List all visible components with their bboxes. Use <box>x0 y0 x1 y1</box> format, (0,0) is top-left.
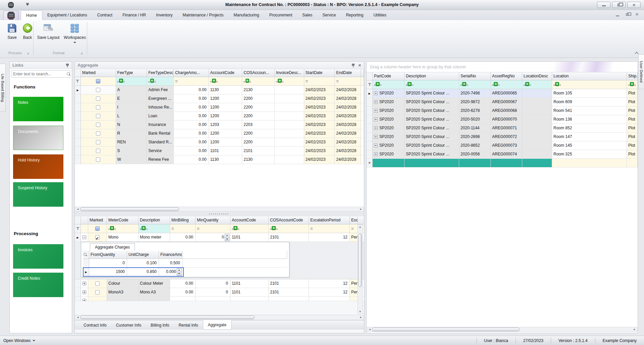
table-row[interactable]: L Loan 0.00 1200 2200 24/02/2023 24/02/2… <box>75 112 364 121</box>
expand-plus-icon[interactable] <box>83 282 86 285</box>
cell-marked[interactable] <box>81 147 116 155</box>
checkbox-icon[interactable] <box>95 281 100 286</box>
ribbon-tab-home[interactable]: Home <box>21 10 42 20</box>
cell-accountcode[interactable]: 1200 <box>209 129 243 138</box>
cell-invoicedesc[interactable] <box>275 86 304 94</box>
cell-chargeamount[interactable]: 0.00 <box>174 121 209 129</box>
workspaces-button[interactable]: Workspaces <box>62 23 87 43</box>
cell-expand[interactable] <box>81 288 88 296</box>
cell-locationdesc[interactable] <box>522 141 552 150</box>
cell-description[interactable]: SP2020 Sprint Colour ... <box>405 89 459 97</box>
cell-feetypedesc[interactable]: Loan <box>147 112 174 120</box>
expand-plus-icon[interactable] <box>374 135 378 139</box>
col-header-description[interactable]: Description <box>405 72 459 80</box>
search-box[interactable] <box>11 70 70 78</box>
minquantity-value[interactable]: 0 <box>222 233 224 242</box>
cell-partcode[interactable]: SP2020 <box>373 89 405 97</box>
filter-accountcode[interactable] <box>230 224 269 233</box>
quantity-stepper[interactable] <box>225 234 229 241</box>
col-header-ship[interactable]: Ship... <box>627 72 638 80</box>
col-header-enddate[interactable]: EndDate <box>335 69 361 77</box>
cell-locationdesc[interactable] <box>522 159 552 167</box>
hold-history-button[interactable]: Hold History <box>13 154 63 179</box>
cell-accountcode[interactable]: 1130 <box>209 155 243 164</box>
cell-location[interactable]: Room 136 <box>552 115 627 124</box>
tab-contract-info[interactable]: Contract Info <box>79 321 111 330</box>
cell-description[interactable]: SP2020 Sprint Colour ... <box>405 141 459 150</box>
cell-ship[interactable]: Plot <box>627 98 638 106</box>
cell-description[interactable]: SP2020 Sprint Colour ... <box>405 115 459 124</box>
cell-accountcode[interactable]: 1101 <box>230 279 269 288</box>
filter-minquantity[interactable] <box>196 224 230 233</box>
col-header-accountcode[interactable]: AccountCode <box>209 69 243 77</box>
cell-feetype[interactable]: R <box>116 129 147 138</box>
col-header-feetypedesc[interactable]: FeeTypeDesc <box>147 69 174 77</box>
cell-description[interactable]: SP2020 Sprint Colour ... <box>405 124 459 132</box>
cell-escalationtype[interactable] <box>350 297 358 301</box>
cell-metercode[interactable] <box>107 297 139 301</box>
table-row[interactable]: SP2020 SP2020 Sprint Colour ... 2020-269… <box>367 133 638 141</box>
cell-cosaccount[interactable]: 2200 <box>242 138 275 146</box>
cell-cosaccount[interactable]: 2200 <box>242 103 275 112</box>
cell-enddate[interactable]: 24/02/2028 <box>335 103 361 112</box>
col-header-escalationtype[interactable]: Escalati... <box>350 216 358 224</box>
restore-button[interactable] <box>612 2 626 8</box>
tab-aggregate[interactable]: Aggregate <box>203 320 231 330</box>
cell-serialno[interactable]: 2020-7498 <box>459 89 491 97</box>
cell-marked[interactable] <box>81 129 116 138</box>
ribbon-tab-contract[interactable]: Contract <box>92 10 117 20</box>
cell-partcode[interactable]: SP2020 <box>373 115 405 124</box>
cell-accountcode[interactable]: 1200 <box>209 138 243 146</box>
cell-ship[interactable]: Plot <box>627 115 638 124</box>
cell-serialno[interactable]: 2020-6278 <box>459 107 491 115</box>
cell-partcode[interactable]: SP2020 <box>373 133 405 141</box>
cell-cosaccount[interactable]: 2200 <box>242 129 275 138</box>
filter-chargeamount[interactable] <box>174 77 209 85</box>
table-row[interactable]: SP2020 SP2020 Sprint Colour ... 2020-865… <box>367 141 638 150</box>
new-row[interactable] <box>367 159 638 167</box>
credit-notes-button[interactable]: Credit Notes <box>13 273 63 297</box>
cell-feetypedesc[interactable]: Inhouse Re... <box>147 103 174 112</box>
collapse-minus-icon[interactable] <box>83 235 86 239</box>
scrollbar-thumb[interactable] <box>358 233 362 287</box>
col-header-location[interactable]: Location <box>552 72 627 80</box>
cell-invoicedesc[interactable] <box>275 121 304 129</box>
collapse-ribbon-icon[interactable] <box>635 51 638 54</box>
cell-locationdesc[interactable] <box>522 150 552 158</box>
scroll-left-icon[interactable]: ◄ <box>75 208 80 211</box>
scroll-up-icon[interactable]: ▲ <box>358 225 362 228</box>
cell-cosaccount[interactable]: 2130 <box>242 155 275 164</box>
filter-row[interactable] <box>75 77 364 86</box>
cell-serialno[interactable]: 2020-0056 <box>459 150 491 158</box>
cell-marked[interactable] <box>88 279 107 288</box>
col-header-cosaccount[interactable]: COSAccoun... <box>242 69 275 77</box>
filter-escalationperiod[interactable] <box>309 224 350 233</box>
table-row[interactable]: MonoA3 Mono A3 0.00 0 1101 2101 12 Perc <box>75 288 364 297</box>
cell-location[interactable] <box>552 159 627 167</box>
col-header-startdate[interactable]: StartDate <box>304 69 335 77</box>
close-icon[interactable] <box>358 63 361 68</box>
table-row[interactable]: 0 0.100 0.500 <box>83 259 287 268</box>
cell-minquantity[interactable]: 0 <box>196 279 230 288</box>
cell-ship[interactable]: Plot <box>627 141 638 150</box>
notes-button[interactable]: Notes <box>13 97 63 121</box>
ribbon-tab-procurement[interactable]: Procurement <box>264 10 298 20</box>
cell-marked[interactable] <box>81 138 116 146</box>
filter-locationdesc[interactable] <box>522 80 552 89</box>
cell-feetype[interactable]: N <box>116 121 147 129</box>
cell-partcode[interactable]: SP2020 <box>373 107 405 115</box>
grid-splitter[interactable] <box>75 212 364 216</box>
group-dialog-launcher-icon[interactable] <box>27 52 29 54</box>
cell-minbilling[interactable]: 0.00 <box>170 288 196 296</box>
scroll-right-icon[interactable]: ► <box>632 328 637 331</box>
expand-plus-icon[interactable] <box>374 91 378 95</box>
mdi-close-icon[interactable] <box>635 12 639 17</box>
cell-description[interactable]: SP2020 Sprint Colour ... <box>405 107 459 115</box>
checkbox-icon[interactable] <box>96 140 100 144</box>
col-header-assetregno[interactable]: AssetRegNo <box>491 72 522 80</box>
cell-enddate[interactable]: 24/02/2028 <box>335 112 361 120</box>
cell-feetype[interactable]: E <box>116 94 147 103</box>
cell-serialno[interactable]: 2020-8652 <box>459 141 491 150</box>
tab-user-defined[interactable]: User Defined <box>638 54 644 89</box>
cell-serialno[interactable]: 2020-1144 <box>459 124 491 132</box>
